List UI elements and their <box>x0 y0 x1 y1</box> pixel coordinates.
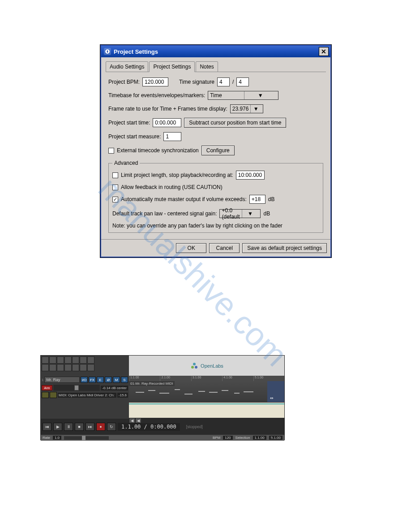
fx-button[interactable]: FX <box>89 377 96 383</box>
logo-area: OpenLabs <box>129 356 284 376</box>
clip-lane[interactable]: 01-Mr. Ray-Recorded MIDI ⇔ <box>129 381 284 403</box>
daw-mid: 1 Mr. Ray I/O FX E Ø M S Arm -0.14 dB ce… <box>41 376 284 419</box>
rate-label: Rate <box>43 436 50 440</box>
vol-slider[interactable] <box>53 385 100 391</box>
tsig-num-input[interactable] <box>217 77 230 86</box>
io-button[interactable]: I/O <box>81 377 88 383</box>
automute-input[interactable] <box>249 195 265 204</box>
slider-thumb[interactable] <box>82 436 86 440</box>
tool-grid-icon[interactable] <box>49 364 56 371</box>
project-settings-dialog: Project Settings ✕ Audio Settings Projec… <box>100 45 331 257</box>
slider-thumb[interactable] <box>74 385 79 390</box>
start-time-input[interactable] <box>153 118 181 127</box>
bpm-input[interactable] <box>142 77 168 86</box>
tool-undo-icon[interactable] <box>80 356 87 364</box>
timebase-select[interactable]: Time ▼ <box>208 91 278 100</box>
automute-label: Automatically mute master output if volu… <box>121 196 247 202</box>
subtract-cursor-button[interactable]: Subtract cursor position from start time <box>184 118 286 128</box>
tool-misc2-icon[interactable] <box>87 364 94 371</box>
tool-open-icon[interactable] <box>49 356 56 364</box>
loop-handle-icon[interactable]: ⇔ <box>270 396 274 400</box>
tab-project-settings[interactable]: Project Settings <box>149 61 195 72</box>
tool-ripple-icon[interactable] <box>64 364 72 371</box>
midi-out-icon[interactable] <box>50 392 57 398</box>
svg-point-3 <box>195 366 197 369</box>
tool-lock-icon[interactable] <box>72 364 79 371</box>
arm-button[interactable]: Arm <box>42 385 52 390</box>
midi-notes <box>129 387 267 401</box>
tab-audio-settings[interactable]: Audio Settings <box>106 61 148 72</box>
automation-lane[interactable] <box>129 403 284 418</box>
ffwd-button[interactable]: ⏭ <box>86 423 94 431</box>
rate-slider[interactable] <box>64 436 109 440</box>
daw-window: OpenLabs 1 Mr. Ray I/O FX E Ø M S Arm -0… <box>40 355 285 440</box>
tool-snap-icon[interactable] <box>57 364 64 371</box>
framerate-select[interactable]: 23.976 ▼ <box>230 104 263 113</box>
panlaw-select[interactable]: +0.0 (default ▼ <box>219 209 261 218</box>
dialog-footer: OK Cancel Save as default project settin… <box>101 239 330 257</box>
stop-button[interactable]: ■ <box>75 423 84 431</box>
play-button[interactable]: ▶ <box>53 423 62 431</box>
status-bar: Rate 1.0 BPM 120 Selection 1.1.00 5.1.00 <box>41 435 284 441</box>
ext-timecode-checkbox[interactable] <box>108 148 114 154</box>
ruler-mark: 1.1.00 <box>129 376 160 381</box>
tool-pick-icon[interactable] <box>64 356 72 364</box>
panlaw-label: Default track pan law - centered signal … <box>112 210 217 217</box>
framerate-label: Frame rate to use for Time + Frames time… <box>108 106 227 112</box>
dropdown-icon: ▼ <box>242 210 261 218</box>
configure-button[interactable]: Configure <box>201 146 235 155</box>
scroll-left2-icon[interactable]: ◀ <box>135 418 141 423</box>
record-button[interactable]: ● <box>96 423 105 431</box>
dropdown-icon: ▼ <box>250 105 262 113</box>
scroll-track[interactable] <box>141 418 284 423</box>
solo-button[interactable]: S <box>121 377 128 383</box>
track-header: 1 Mr. Ray I/O FX E Ø M S Arm -0.14 dB ce… <box>41 376 129 419</box>
panlaw-note: Note: you can override any pan fader's l… <box>112 223 319 229</box>
midi-num: -15.6 <box>117 393 128 398</box>
arrange-view[interactable]: 1.1.00 2.1.00 3.1.00 4.1.00 5.1.00 01-Mr… <box>129 376 284 419</box>
pause-button[interactable]: ⏸ <box>64 423 73 431</box>
cancel-button[interactable]: Cancel <box>209 243 240 253</box>
sel-start[interactable]: 1.1.00 <box>253 436 266 440</box>
time-display: 1.1.00 / 0:00.000 <box>118 423 180 431</box>
start-measure-input[interactable] <box>163 132 181 141</box>
svg-point-1 <box>193 363 196 365</box>
tool-settings-icon[interactable] <box>72 356 79 364</box>
env-button[interactable]: E <box>97 377 104 383</box>
limit-length-checkbox[interactable] <box>112 172 118 178</box>
tsig-label: Time signature <box>179 79 214 85</box>
tool-new-icon[interactable] <box>42 356 49 364</box>
rewind-button[interactable]: ⏮ <box>43 423 51 431</box>
rate-value[interactable]: 1.0 <box>53 436 61 440</box>
automation-line[interactable] <box>129 403 284 404</box>
tsig-den-input[interactable] <box>236 77 249 86</box>
loop-button[interactable]: ↻ <box>107 423 116 431</box>
tool-misc-icon[interactable] <box>80 364 87 371</box>
track-name[interactable]: Mr. Ray <box>44 377 80 383</box>
automute-checkbox[interactable] <box>112 197 118 202</box>
mute-button[interactable]: M <box>113 377 120 383</box>
feedback-checkbox[interactable] <box>112 184 118 190</box>
tool-envelope-icon[interactable] <box>42 364 49 371</box>
bpm-label: BPM <box>213 436 220 440</box>
logo: OpenLabs <box>190 361 223 370</box>
close-button[interactable]: ✕ <box>319 47 329 56</box>
scroll-left-icon[interactable]: ◀ <box>129 418 135 423</box>
midi-source[interactable]: MIDI: Open Labs Midi Driver 2: Ch: <box>58 393 116 398</box>
bpm-value[interactable]: 120 <box>223 436 232 440</box>
limit-length-input[interactable] <box>236 171 265 180</box>
toolbar <box>41 356 129 376</box>
tool-save-icon[interactable] <box>57 356 64 364</box>
tool-redo-icon[interactable] <box>87 356 94 364</box>
save-default-button[interactable]: Save as default project settings <box>242 243 327 253</box>
h-scrollbar[interactable]: ◀ ◀ <box>129 418 284 423</box>
ok-button[interactable]: OK <box>176 243 206 253</box>
timebase-label: Timebase for events/envelopes/markers: <box>108 92 205 99</box>
sel-end[interactable]: 5.1.00 <box>269 436 283 440</box>
timeline-ruler[interactable]: 1.1.00 2.1.00 3.1.00 4.1.00 5.1.00 <box>129 376 284 381</box>
tab-notes[interactable]: Notes <box>196 61 218 72</box>
phase-button[interactable]: Ø <box>105 377 112 383</box>
midi-in-icon[interactable] <box>42 392 49 398</box>
ruler-mark: 3.1.00 <box>191 376 222 381</box>
midi-clip[interactable]: 01-Mr. Ray-Recorded MIDI <box>129 381 267 402</box>
